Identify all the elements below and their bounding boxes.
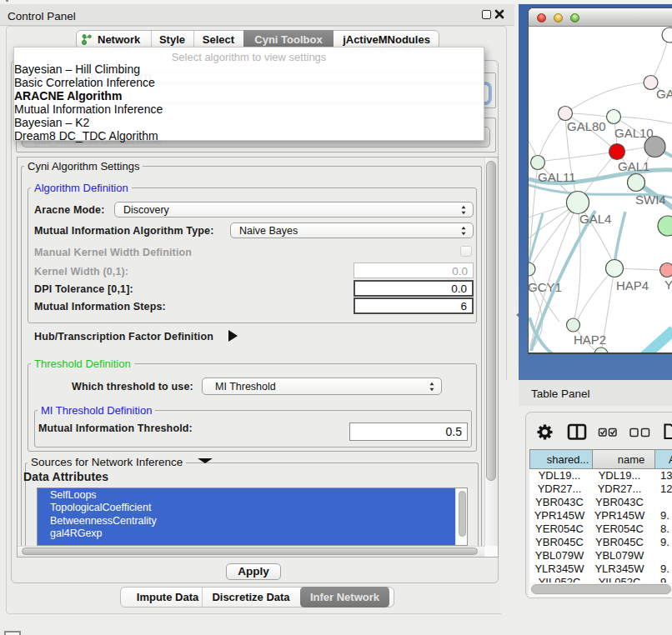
svg-text:GCY1: GCY1 <box>529 280 562 294</box>
svg-text:GAL10: GAL10 <box>614 126 654 140</box>
svg-text:Y: Y <box>664 278 672 292</box>
svg-text:HAP4: HAP4 <box>616 278 649 292</box>
svg-text:GAL1: GAL1 <box>618 159 649 173</box>
svg-text:GAL: GAL <box>656 87 672 101</box>
svg-text:SWI4: SWI4 <box>635 192 666 207</box>
svg-text:GAL11: GAL11 <box>538 170 576 184</box>
svg-text:HAP2: HAP2 <box>574 332 606 347</box>
svg-text:GAL4: GAL4 <box>579 212 611 226</box>
svg-text:GAL80: GAL80 <box>567 119 606 133</box>
